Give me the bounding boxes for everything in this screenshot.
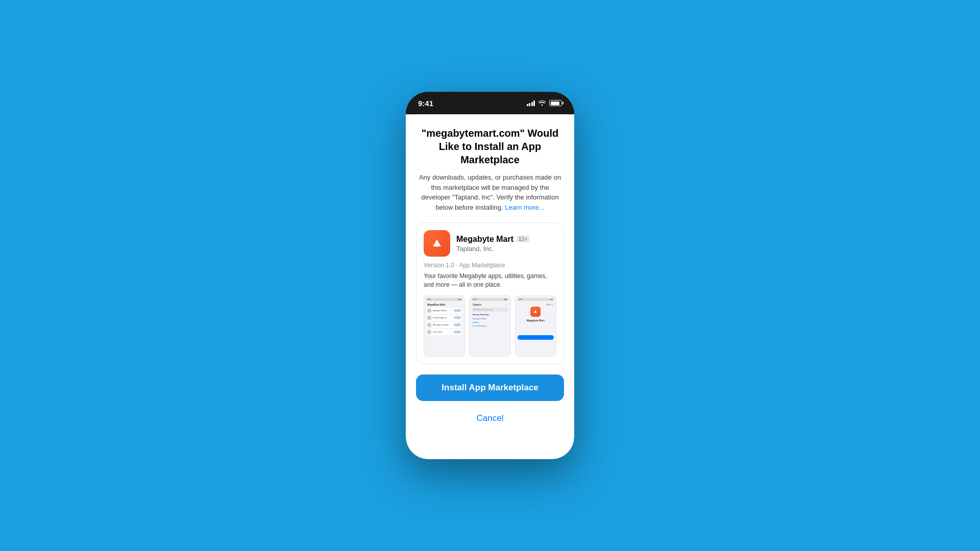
status-icons	[527, 99, 562, 107]
cancel-button[interactable]: Cancel	[416, 407, 564, 430]
app-developer: Tapland, Inc.	[456, 245, 556, 253]
dialog-header: "megabytemart.com" Would Like to Install…	[416, 127, 564, 212]
app-name-row: Megabyte Mart 12+	[456, 235, 556, 244]
svg-point-0	[436, 245, 438, 247]
wifi-icon	[538, 99, 546, 107]
app-info: Megabyte Mart 12+ Tapland, Inc.	[456, 235, 556, 253]
background: 9:41	[0, 0, 980, 551]
status-bar: 9:41	[406, 92, 574, 114]
app-tagline: Your favorite Megabyte apps, utilities, …	[424, 272, 556, 289]
status-time: 9:41	[418, 99, 433, 108]
battery-fill	[551, 102, 559, 105]
app-card-header: Megabyte Mart 12+ Tapland, Inc.	[424, 230, 556, 257]
learn-more-link[interactable]: Learn more...	[505, 204, 544, 211]
phone-frame: 9:41	[406, 92, 574, 459]
screenshot-search: 9:41 ●●● Search 🔍 Search for an app Rece…	[469, 295, 510, 357]
app-meta: Version 1.0 · App Marketplace	[424, 262, 556, 269]
app-card: Megabyte Mart 12+ Tapland, Inc. Version …	[416, 222, 564, 364]
install-button[interactable]: Install App Marketplace	[416, 374, 564, 401]
app-name: Megabyte Mart	[456, 235, 513, 244]
age-badge: 12+	[517, 236, 529, 242]
dialog-description: Any downloads, updates, or purchases mad…	[416, 172, 564, 212]
battery-icon	[549, 100, 562, 106]
screenshot-login: 9:41 ●● Sign In	[515, 295, 556, 357]
screenshot-list: 9:41 ●●● MegaByte Mart Backyard Birds in…	[424, 295, 465, 357]
phone-content[interactable]: "megabytemart.com" Would Like to Install…	[406, 114, 574, 459]
screenshots-container: 9:41 ●●● MegaByte Mart Backyard Birds in…	[424, 295, 556, 357]
dialog-title: "megabytemart.com" Would Like to Install…	[416, 127, 564, 166]
app-icon	[424, 230, 450, 257]
dialog-sheet: "megabytemart.com" Would Like to Install…	[406, 114, 574, 459]
signal-icon	[527, 101, 535, 106]
